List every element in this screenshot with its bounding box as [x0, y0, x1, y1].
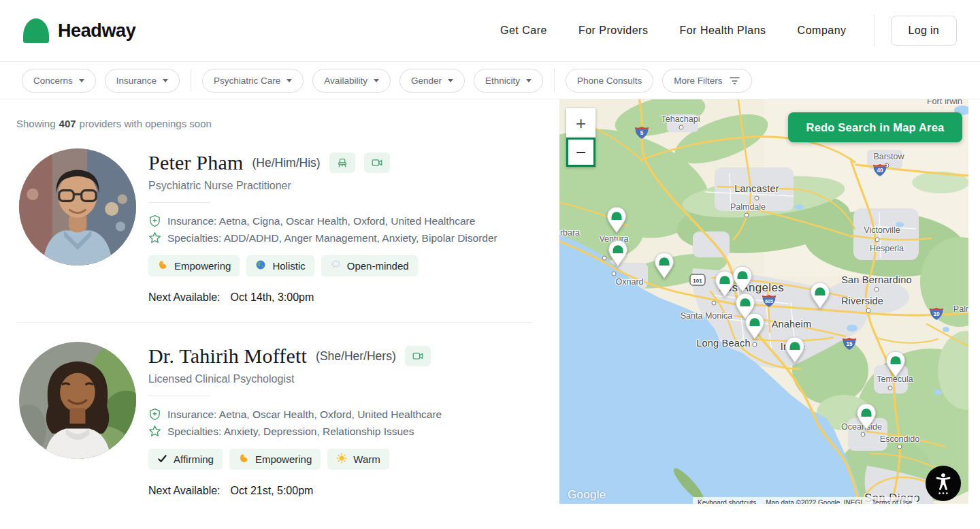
provider-avatar: [19, 342, 136, 459]
provider-insurance-text: Insurance: Aetna, Oscar Health, Oxford, …: [167, 408, 442, 421]
trait-label: Warm: [353, 453, 380, 465]
interstate-10-shield: 10: [929, 307, 944, 323]
insurance-shield-icon: [148, 408, 161, 421]
map-pin[interactable]: [654, 252, 674, 282]
specialties-star-icon: [148, 425, 161, 438]
specialties-star-icon: [148, 231, 161, 244]
map-zoom-in-button[interactable]: +: [566, 108, 595, 138]
map-label-oxnard: Oxnard: [616, 277, 644, 287]
provider-card[interactable]: Dr. Tahirih Moffett(She/Her/Hers)License…: [0, 323, 548, 497]
map-label-palmdale: Palmdale: [730, 202, 766, 212]
muscle-icon: [157, 259, 168, 272]
trait-tag-warm: Warm: [327, 449, 389, 470]
filter-label: Concerns: [33, 76, 73, 86]
provider-specialties-text: Specialties: Anxiety, Depression, Relati…: [167, 426, 414, 438]
provider-insurance: Insurance: Aetna, Oscar Health, Oxford, …: [148, 408, 442, 421]
map[interactable]: Fort IrwinTehachapiBarstowLancasterPalmd…: [559, 99, 968, 504]
chevron-down-icon: [374, 79, 379, 82]
map-pin[interactable]: [732, 266, 753, 295]
nav-link-for-health-plans[interactable]: For Health Plans: [679, 25, 766, 37]
map-pin[interactable]: [856, 403, 877, 433]
provider-specialties: Specialties: ADD/ADHD, Anger Management,…: [148, 231, 497, 244]
map-zoom-out-button[interactable]: −: [566, 138, 595, 167]
google-logo[interactable]: Google: [568, 488, 606, 502]
map-town-dot: [612, 272, 617, 276]
filter-ethnicity[interactable]: Ethnicity: [474, 69, 543, 93]
provider-specialties-text: Specialties: ADD/ADHD, Anger Management,…: [167, 232, 497, 244]
map-attribution-keyboard-shortcuts[interactable]: Keyboard shortcuts: [693, 497, 761, 504]
nav-link-for-providers[interactable]: For Providers: [578, 25, 649, 37]
map-label-santa-monica: Santa Monica: [681, 311, 732, 321]
trait-label: Empowering: [255, 453, 312, 465]
login-button[interactable]: Log in: [891, 16, 957, 46]
filter-availability[interactable]: Availability: [312, 69, 391, 93]
filter-more-filters[interactable]: More Filters: [662, 69, 751, 93]
thought-icon: [330, 259, 341, 272]
filter-lines-icon: [729, 76, 740, 85]
provider-specialties: Specialties: Anxiety, Depression, Relati…: [148, 425, 442, 438]
map-pin[interactable]: [885, 351, 906, 381]
sun-icon: [336, 453, 347, 466]
trait-tag-empowering: Empowering: [148, 255, 240, 276]
chevron-down-icon: [287, 79, 292, 82]
divider: [148, 396, 210, 396]
globe-icon: [255, 259, 266, 272]
trait-tag-affirming: Affirming: [148, 449, 223, 470]
map-town-dot: [875, 287, 879, 292]
filter-insurance[interactable]: Insurance: [105, 69, 180, 93]
provider-pronouns: (She/Her/Hers): [316, 349, 396, 364]
redo-search-button[interactable]: Redo Search in Map Area: [788, 112, 962, 142]
filter-psychiatric-care[interactable]: Psychiatric Care: [202, 69, 304, 93]
map-label-san-bernardino: San Bernardino: [841, 274, 912, 285]
map-attribution-terms-of-use[interactable]: Terms of Use: [867, 497, 917, 504]
filter-concerns[interactable]: Concerns: [22, 69, 96, 93]
provider-name[interactable]: Peter Pham: [148, 151, 243, 174]
interstate-40-shield: 40: [872, 163, 887, 180]
trait-label: Holistic: [272, 260, 305, 272]
main-nav: Get CareFor ProvidersFor Health PlansCom…: [500, 25, 847, 37]
svg-text:101: 101: [693, 278, 702, 284]
accessibility-button[interactable]: [926, 466, 961, 501]
map-town-dot: [888, 386, 893, 391]
nav-divider: [874, 15, 875, 46]
map-attribution-bar: Keyboard shortcutsMap data ©2022 Google,…: [693, 497, 917, 504]
map-town-dot: [875, 238, 880, 242]
nav-link-get-care[interactable]: Get Care: [500, 25, 547, 37]
next-available: Next Available:Oct 14th, 3:00pm: [148, 291, 497, 304]
next-available-label: Next Available:: [148, 485, 220, 496]
map-town-dot: [602, 256, 607, 261]
trait-label: Open-minded: [347, 260, 409, 272]
filter-label: Availability: [324, 76, 368, 86]
headway-logo[interactable]: Headway: [23, 18, 135, 43]
map-label-lancaster: Lancaster: [734, 183, 779, 194]
svg-text:605: 605: [765, 299, 773, 304]
nav-link-company[interactable]: Company: [798, 25, 847, 37]
next-available: Next Available:Oct 21st, 5:00pm: [148, 485, 442, 497]
filter-gender[interactable]: Gender: [399, 69, 465, 93]
top-nav-bar: Headway Get CareFor ProvidersFor Health …: [0, 0, 980, 62]
filter-phone-consults[interactable]: Phone Consults: [566, 69, 653, 93]
provider-name[interactable]: Dr. Tahirih Moffett: [148, 344, 307, 368]
map-town-dot: [866, 308, 871, 313]
video-session-icon: [405, 346, 431, 366]
map-pin[interactable]: [810, 282, 830, 312]
map-pin[interactable]: [785, 336, 805, 366]
map-town-dot: [755, 196, 760, 201]
map-label-barstow: Barstow: [873, 152, 904, 161]
interstate-5-shield: 5: [634, 126, 649, 142]
brand-name: Headway: [58, 20, 135, 42]
provider-pronouns: (He/Him/His): [252, 156, 320, 170]
filter-label: Insurance: [116, 76, 157, 86]
summary-suffix: providers with openings soon: [80, 118, 212, 129]
map-label-anaheim: Anaheim: [772, 319, 812, 330]
map-pin[interactable]: [606, 206, 627, 236]
provider-list: Peter Pham(He/Him/His)Psychiatric Nurse …: [0, 129, 548, 497]
svg-text:15: 15: [846, 341, 853, 347]
map-pin[interactable]: [745, 312, 765, 342]
provider-card[interactable]: Peter Pham(He/Him/His)Psychiatric Nurse …: [0, 129, 548, 304]
filter-label: More Filters: [674, 76, 722, 86]
map-town-dot: [745, 213, 749, 218]
map-label-riverside: Riverside: [841, 295, 883, 306]
map-pin[interactable]: [608, 240, 628, 270]
chevron-down-icon: [79, 79, 84, 82]
